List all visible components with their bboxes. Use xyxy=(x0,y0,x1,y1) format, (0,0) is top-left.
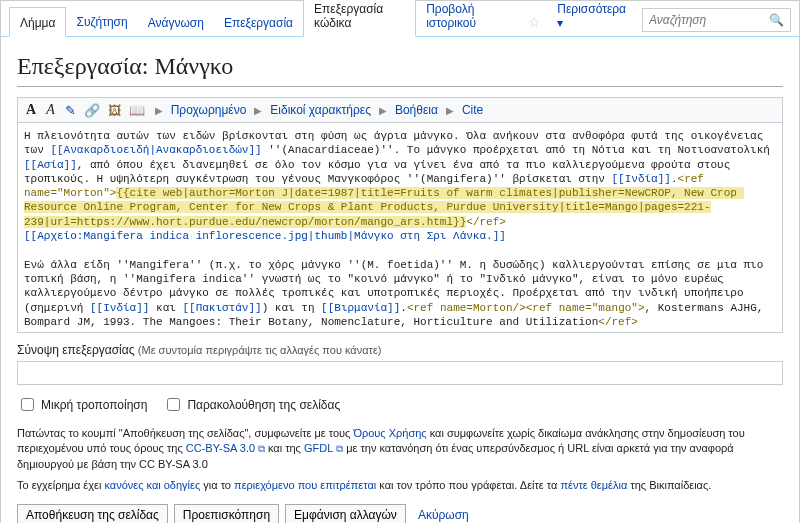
tab-article[interactable]: Λήμμα xyxy=(9,7,66,37)
link-terms[interactable]: Όρους Χρήσης xyxy=(353,427,426,439)
more-menu[interactable]: Περισσότερα ▾ xyxy=(549,0,634,36)
toolbar-cite[interactable]: Cite xyxy=(462,103,483,117)
link-gfdl[interactable]: GFDL ⧉ xyxy=(304,442,343,454)
wikitext-editor[interactable]: Η πλειονότητα αυτών των ειδών βρίσκονται… xyxy=(17,123,783,333)
save-button[interactable]: Αποθήκευση της σελίδας xyxy=(17,504,168,523)
tab-edit-source[interactable]: Επεξεργασία κώδικα xyxy=(303,0,416,37)
preview-button[interactable]: Προεπισκόπηση xyxy=(174,504,279,523)
tab-history[interactable]: Προβολή ιστορικού xyxy=(416,0,520,36)
minor-edit-checkbox[interactable] xyxy=(21,398,34,411)
link-cc-by-sa[interactable]: CC-BY-SA 3.0 ⧉ xyxy=(186,442,265,454)
external-link-icon: ⧉ xyxy=(255,443,265,454)
search-icon[interactable]: 🔍 xyxy=(763,13,790,27)
page-title: Επεξεργασία: Μάνγκο xyxy=(17,53,783,87)
chevron-right-icon: ▶ xyxy=(252,105,264,116)
cancel-link[interactable]: Ακύρωση xyxy=(412,508,469,522)
summary-label: Σύνοψη επεξεργασίας (Με συντομία περιγρά… xyxy=(17,343,783,357)
watch-star-icon[interactable]: ☆ xyxy=(520,8,549,36)
file-icon[interactable]: 🖼 xyxy=(106,103,123,118)
tab-talk[interactable]: Συζήτηση xyxy=(66,7,137,36)
diff-button[interactable]: Εμφάνιση αλλαγών xyxy=(285,504,406,523)
minor-edit-check[interactable]: Μικρή τροποποίηση xyxy=(17,395,147,414)
toolbar-advanced[interactable]: Προχωρημένο xyxy=(171,103,247,117)
tab-edit[interactable]: Επεξεργασία xyxy=(214,8,303,36)
chevron-right-icon: ▶ xyxy=(444,105,456,116)
link-five-pillars[interactable]: πέντε θεμέλια xyxy=(560,479,627,491)
link-rules[interactable]: κανόνες και οδηγίες xyxy=(104,479,200,491)
chevron-right-icon: ▶ xyxy=(377,105,389,116)
toolbar-special-chars[interactable]: Ειδικοί χαρακτήρες xyxy=(270,103,371,117)
search-input[interactable] xyxy=(643,9,763,31)
search-box: 🔍 xyxy=(642,8,791,32)
edit-toolbar: A A ✎ 🔗 🖼 📖 ▶ Προχωρημένο ▶ Ειδικοί χαρα… xyxy=(17,97,783,123)
watch-page-checkbox[interactable] xyxy=(167,398,180,411)
external-link-icon: ⧉ xyxy=(333,443,343,454)
bold-button[interactable]: A xyxy=(24,102,38,118)
toolbar-help[interactable]: Βοήθεια xyxy=(395,103,438,117)
reference-icon[interactable]: 📖 xyxy=(127,103,147,118)
legal-text: Πατώντας το κουμπί "Αποθήκευση της σελίδ… xyxy=(17,426,783,494)
signature-icon[interactable]: ✎ xyxy=(63,103,78,118)
top-tabs: Λήμμα Συζήτηση Ανάγνωση Επεξεργασία Επεξ… xyxy=(1,1,799,37)
summary-input[interactable] xyxy=(17,361,783,385)
link-content-policy[interactable]: περιεχόμενο που επιτρέπεται xyxy=(234,479,376,491)
tab-read[interactable]: Ανάγνωση xyxy=(138,8,214,36)
watch-page-check[interactable]: Παρακολούθηση της σελίδας xyxy=(163,395,340,414)
link-icon[interactable]: 🔗 xyxy=(82,103,102,118)
italic-button[interactable]: A xyxy=(44,102,57,118)
chevron-right-icon: ▶ xyxy=(153,105,165,116)
